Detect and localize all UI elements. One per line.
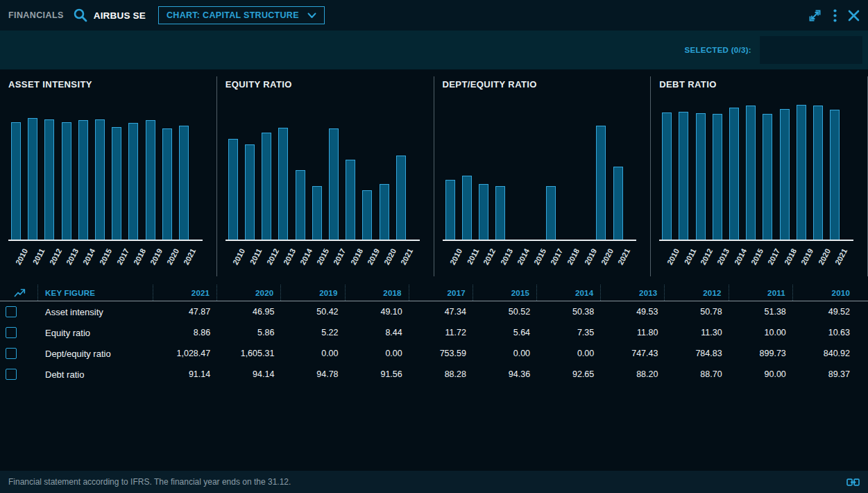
chart-title: DEBT RATIO (659, 79, 716, 90)
kebab-menu-icon[interactable] (833, 9, 837, 22)
expand-icon[interactable] (808, 8, 822, 23)
year-column-header: 2015 (473, 285, 537, 301)
row-checkbox[interactable] (6, 306, 17, 317)
bar-2021[interactable] (396, 156, 406, 240)
bar-2010[interactable] (445, 180, 455, 240)
financials-app: FINANCIALS AIRBUS SE CHART: CAPITAL STRU… (0, 0, 868, 493)
bar-2020[interactable] (380, 184, 389, 240)
bar-2012[interactable] (44, 119, 54, 240)
table-header-row: KEY FIGURE 20212020201920182017201520142… (0, 285, 868, 301)
chart-panel-asset-intensity: ASSET INTENSITY 201020112012201320142015… (0, 69, 217, 283)
search-icon[interactable] (72, 7, 89, 24)
bar-2015[interactable] (95, 119, 105, 240)
bar-2013[interactable] (495, 186, 505, 240)
chevron-down-icon (307, 12, 316, 19)
bar-2017[interactable] (763, 114, 772, 240)
x-tick-label: 2018 (783, 247, 798, 266)
bar-2020[interactable] (813, 106, 823, 240)
bar-2019[interactable] (797, 105, 806, 240)
value-cell: 784.83 (665, 349, 729, 358)
x-tick-label: 2017 (549, 247, 564, 266)
window-controls (808, 8, 860, 23)
key-figures-table: KEY FIGURE 20212020201920182017201520142… (0, 285, 868, 385)
bar-2013[interactable] (278, 128, 288, 240)
value-cell: 89.37 (793, 369, 857, 379)
year-column-header: 2011 (729, 285, 793, 301)
x-tick-label: 2021 (399, 247, 414, 266)
bar-2013[interactable] (62, 122, 71, 240)
x-tick-label: 2010 (448, 247, 463, 266)
bar-2021[interactable] (179, 126, 189, 240)
x-tick-label: 2019 (366, 247, 381, 266)
bar-2014[interactable] (729, 108, 739, 240)
selected-items-box[interactable] (760, 36, 862, 64)
year-column-header: 2012 (665, 285, 729, 301)
checkbox-cell (0, 306, 38, 317)
bar-2015[interactable] (746, 106, 756, 240)
top-bar: FINANCIALS AIRBUS SE CHART: CAPITAL STRU… (0, 0, 868, 31)
bar-2011[interactable] (245, 144, 255, 240)
x-tick-label: 2020 (817, 247, 832, 266)
chart-plot (217, 97, 434, 240)
x-tick-label: 2014 (81, 247, 96, 266)
key-figure-label: Asset intensity (38, 307, 153, 317)
bar-2019[interactable] (146, 120, 155, 240)
row-checkbox[interactable] (6, 327, 17, 338)
bar-2014[interactable] (78, 120, 88, 240)
x-tick-label: 2020 (165, 247, 180, 266)
bar-2010[interactable] (11, 122, 21, 240)
x-axis-labels: 2010201120122013201420152017201820192020… (651, 244, 868, 282)
bar-2011[interactable] (679, 112, 688, 240)
bar-2015[interactable] (312, 186, 322, 240)
x-tick-label: 2012 (699, 247, 714, 266)
value-cell: 90.00 (729, 369, 793, 379)
bar-2020[interactable] (596, 126, 606, 240)
bar-2017[interactable] (546, 186, 556, 240)
bar-2014[interactable] (296, 170, 305, 240)
table-body: Asset intensity47.8746.9550.4249.1047.34… (0, 301, 868, 385)
x-tick-label: 2019 (148, 247, 164, 266)
x-axis-labels: 2010201120122013201420152017201820192020… (434, 244, 652, 282)
link-icon[interactable] (846, 478, 860, 486)
bar-2020[interactable] (162, 128, 172, 240)
bar-2018[interactable] (780, 109, 790, 240)
year-column-header: 2013 (601, 285, 665, 301)
bar-2021[interactable] (613, 167, 623, 240)
bar-2018[interactable] (128, 123, 138, 240)
value-cell: 0.00 (473, 349, 537, 358)
x-tick-label: 2015 (98, 247, 113, 266)
bar-2017[interactable] (112, 127, 121, 240)
value-cell: 91.56 (346, 369, 409, 379)
close-icon[interactable] (848, 10, 860, 22)
bar-2013[interactable] (713, 114, 722, 240)
value-cell: 11.72 (409, 328, 473, 337)
bar-2010[interactable] (662, 112, 672, 240)
x-tick-label: 2021 (616, 247, 631, 266)
bar-2012[interactable] (696, 113, 706, 240)
x-tick-label: 2014 (516, 247, 531, 266)
bar-2017[interactable] (329, 128, 339, 240)
bar-2012[interactable] (262, 133, 271, 240)
row-checkbox[interactable] (6, 348, 17, 359)
x-tick-label: 2018 (132, 247, 147, 266)
x-tick-label: 2011 (248, 247, 264, 266)
value-cell: 5.86 (217, 328, 281, 337)
chart-panel-dept-equity-ratio: DEPT/EQUITY RATIO 2010201120122013201420… (434, 69, 652, 283)
footer-bar: Financial statement according to IFRS. T… (0, 471, 868, 493)
bar-2011[interactable] (462, 176, 472, 240)
value-cell: 10.00 (729, 328, 793, 337)
row-checkbox[interactable] (6, 369, 17, 380)
bar-2018[interactable] (346, 160, 355, 240)
bar-2011[interactable] (28, 118, 37, 240)
bar-2010[interactable] (228, 139, 238, 240)
chart-plot (0, 97, 217, 240)
bar-2019[interactable] (362, 190, 372, 240)
x-tick-label: 2017 (332, 247, 347, 266)
value-cell: 94.36 (473, 369, 537, 379)
bar-2021[interactable] (830, 110, 840, 240)
value-cell: 88.70 (665, 369, 729, 379)
x-axis-labels: 2010201120122013201420152017201820192020… (217, 244, 434, 282)
chart-type-dropdown[interactable]: CHART: CAPITAL STRUCTURE (158, 6, 325, 24)
bar-2012[interactable] (479, 184, 488, 240)
x-tick-label: 2017 (766, 247, 781, 266)
